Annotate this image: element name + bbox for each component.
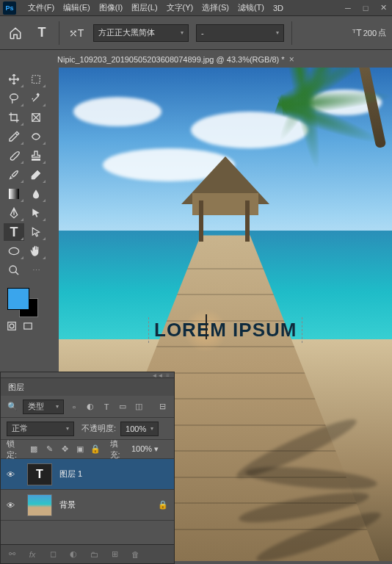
shape-tool[interactable] <box>4 242 24 260</box>
opacity-input[interactable]: 100% ▾ <box>120 422 159 436</box>
lock-all-icon[interactable]: 🔒 <box>90 444 101 455</box>
magic-wand-tool[interactable] <box>26 90 46 107</box>
marquee-tool[interactable] <box>26 70 46 88</box>
filter-shape-icon[interactable]: ▭ <box>117 401 128 413</box>
group-icon[interactable]: 🗀 <box>89 550 99 559</box>
font-style-dropdown[interactable]: - ▾ <box>196 24 284 42</box>
text-orientation-toggle-icon[interactable]: ⤱T <box>67 24 86 43</box>
canvas-text-content: LOREM IPSUM <box>154 319 297 341</box>
svg-rect-0 <box>32 76 40 84</box>
path-selection-tool[interactable] <box>26 204 46 222</box>
type-tool[interactable]: T <box>4 223 24 241</box>
chevron-down-icon: ▾ <box>181 29 184 36</box>
menu-3d[interactable]: 3D <box>269 1 288 15</box>
panel-menu-icon[interactable]: ≡ <box>166 372 170 377</box>
blend-mode-value: 正常 <box>12 423 28 434</box>
document-tab[interactable]: Nipic_109203_20190505203608074899.jpg @ … <box>53 51 299 68</box>
layer-filter-dropdown[interactable]: 类型 ▾ <box>23 400 64 414</box>
menu-file[interactable]: 文件(F) <box>23 0 59 15</box>
lock-position-icon[interactable]: ✥ <box>59 444 70 455</box>
layers-panel-tab[interactable]: 图层 <box>1 378 174 396</box>
filter-smart-icon[interactable]: ◫ <box>133 401 145 413</box>
svg-rect-8 <box>24 323 32 329</box>
crop-tool[interactable] <box>4 109 24 126</box>
layers-panel-title: 图层 <box>8 382 24 393</box>
stamp-tool[interactable] <box>26 147 46 164</box>
fill-input[interactable]: 100% ▾ <box>131 444 168 454</box>
direct-selection-tool[interactable] <box>26 223 46 241</box>
healing-tool[interactable] <box>26 128 46 145</box>
window-close-button[interactable]: ✕ <box>374 1 392 15</box>
brush-tool[interactable] <box>4 147 24 164</box>
layer-item[interactable]: 👁 背景 🔒 <box>1 490 174 521</box>
eyedropper-tool[interactable] <box>4 128 24 145</box>
eraser-tool[interactable] <box>26 166 46 184</box>
canvas-text-layer[interactable]: LOREM IPSUM <box>151 317 300 343</box>
visibility-toggle-icon[interactable]: 👁 <box>7 501 20 510</box>
lock-label: 锁定: <box>7 438 24 460</box>
layer-name[interactable]: 背景 <box>59 499 76 510</box>
layer-style-icon[interactable]: fx <box>27 550 37 559</box>
fill-value: 100% <box>131 444 152 453</box>
font-size-value[interactable]: 200 <box>363 29 377 37</box>
foreground-color-swatch[interactable] <box>7 288 29 310</box>
close-icon[interactable]: × <box>289 54 294 65</box>
chevron-down-icon: ▾ <box>150 425 153 432</box>
opacity-label: 不透明度: <box>81 423 116 434</box>
layer-filter-label: 类型 <box>28 401 44 412</box>
history-brush-tool[interactable] <box>4 166 24 184</box>
edit-toolbar-icon[interactable]: ⋯ <box>26 261 46 279</box>
filter-pixel-icon[interactable]: ▫ <box>68 401 80 413</box>
blend-mode-dropdown[interactable]: 正常 ▾ <box>7 422 74 436</box>
svg-rect-3 <box>9 189 19 199</box>
lock-image-icon[interactable]: ✎ <box>44 444 55 455</box>
lock-artboard-icon[interactable]: ▣ <box>75 444 86 455</box>
svg-point-4 <box>9 247 18 254</box>
type-tool-presets-icon[interactable]: T <box>32 24 51 43</box>
window-minimize-button[interactable]: ─ <box>339 1 357 15</box>
chevron-down-icon: ▾ <box>154 444 159 453</box>
pen-tool[interactable] <box>4 204 24 222</box>
font-size-icon: ᵀT <box>352 24 361 43</box>
layer-thumbnail[interactable] <box>27 494 52 516</box>
search-icon[interactable]: 🔍 <box>7 401 18 413</box>
chevron-down-icon: ▾ <box>66 425 69 432</box>
home-icon[interactable] <box>6 24 25 43</box>
layer-name[interactable]: 图层 1 <box>59 469 82 480</box>
delete-layer-icon[interactable]: 🗑 <box>130 550 140 559</box>
document-tab-title: Nipic_109203_20190505203608074899.jpg @ … <box>57 55 285 64</box>
visibility-toggle-icon[interactable]: 👁 <box>7 470 20 479</box>
svg-rect-6 <box>8 322 16 330</box>
layer-mask-icon[interactable]: ◻ <box>48 549 58 559</box>
menu-edit[interactable]: 编辑(E) <box>59 0 95 15</box>
adjustment-layer-icon[interactable]: ◐ <box>68 549 79 559</box>
filter-toggle-icon[interactable]: ⊟ <box>156 401 168 413</box>
screen-mode-icon[interactable] <box>22 320 34 332</box>
filter-adjustment-icon[interactable]: ◐ <box>84 401 96 413</box>
frame-tool[interactable] <box>26 109 46 126</box>
menu-image[interactable]: 图像(I) <box>95 0 127 15</box>
lock-transparent-icon[interactable]: ▩ <box>29 444 40 455</box>
zoom-tool[interactable] <box>4 261 24 279</box>
lasso-tool[interactable] <box>4 90 24 107</box>
filter-type-icon[interactable]: T <box>101 401 112 413</box>
hand-tool[interactable] <box>26 242 46 260</box>
menu-select[interactable]: 选择(S) <box>197 0 233 15</box>
move-tool[interactable] <box>4 70 24 88</box>
menu-filter[interactable]: 滤镜(T) <box>233 0 269 15</box>
link-layers-icon[interactable]: ⚯ <box>7 549 17 559</box>
svg-point-5 <box>10 266 16 272</box>
layer-item[interactable]: 👁 T 图层 1 <box>1 459 174 490</box>
menu-type[interactable]: 文字(Y) <box>162 0 198 15</box>
layer-thumbnail[interactable]: T <box>27 463 52 485</box>
gradient-tool[interactable] <box>4 185 24 203</box>
svg-point-1 <box>10 94 18 100</box>
new-layer-icon[interactable]: ⊞ <box>109 549 120 559</box>
panel-collapse-icon[interactable]: ◄◄ <box>151 372 163 377</box>
color-swatches <box>7 288 44 317</box>
blur-tool[interactable] <box>26 185 46 203</box>
quick-mask-icon[interactable] <box>6 320 18 332</box>
menu-layer[interactable]: 图层(L) <box>127 0 161 15</box>
font-family-dropdown[interactable]: 方正正大黑简体 ▾ <box>93 24 189 42</box>
window-maximize-button[interactable]: □ <box>357 1 374 15</box>
